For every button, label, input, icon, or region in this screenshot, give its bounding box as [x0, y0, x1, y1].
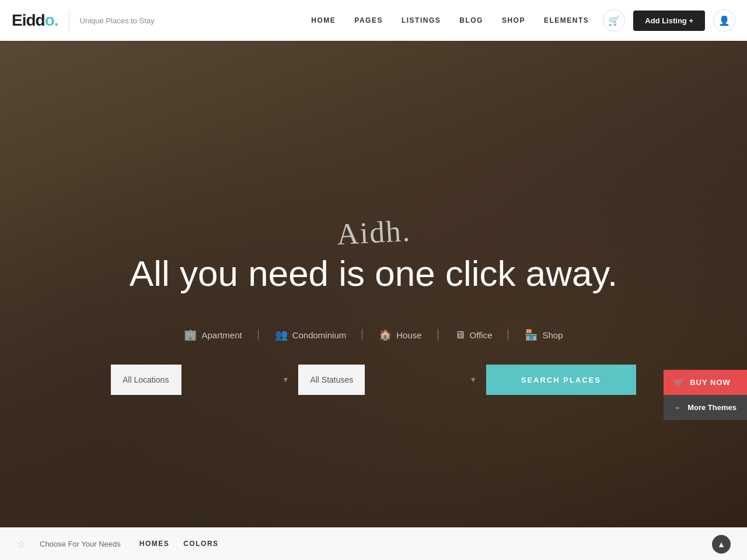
tab-shop[interactable]: 🏪 Shop: [508, 323, 579, 347]
cart-buy-icon: 🛒: [674, 378, 684, 387]
house-icon: 🏠: [379, 328, 392, 341]
office-icon: 🖥: [455, 329, 465, 341]
search-bar: All Locations ▼ All Statuses ▼ SEARCH PL…: [111, 365, 636, 395]
bottom-tab-homes[interactable]: HOMES: [139, 540, 170, 549]
logo-text: Eiddo.: [12, 11, 58, 30]
tab-apartment-label: Apartment: [201, 330, 242, 340]
apartment-icon: 🏢: [184, 328, 197, 341]
more-themes-button[interactable]: ← More Themes: [664, 395, 747, 420]
property-tabs: 🏢 Apartment 👥 Condominium 🏠 House 🖥 Offi…: [167, 323, 579, 347]
star-icon: ☆: [16, 538, 26, 551]
cart-button[interactable]: 🛒: [603, 9, 625, 32]
hero-signature: Aidh.: [336, 216, 411, 250]
floating-actions: 🛒 BUY NOW ← More Themes: [664, 370, 747, 420]
scroll-up-button[interactable]: ▲: [712, 535, 731, 554]
nav-shop[interactable]: SHOP: [502, 16, 525, 24]
nav-elements[interactable]: ELEMENTS: [544, 16, 589, 24]
status-chevron-icon: ▼: [470, 376, 477, 384]
bottom-bar: ☆ Choose For Your Needs HOMES COLORS ▲: [0, 527, 747, 560]
search-button[interactable]: SEARCH PLACES: [486, 365, 636, 395]
status-select-wrapper: All Statuses ▼: [298, 365, 486, 395]
tab-office[interactable]: 🖥 Office: [438, 323, 509, 347]
more-themes-label: More Themes: [687, 403, 736, 412]
cart-icon: 🛒: [608, 15, 620, 26]
navbar: Eiddo. Unique Places to Stay HOME PAGES …: [0, 0, 747, 41]
user-button[interactable]: 👤: [713, 9, 735, 32]
chevron-up-icon: ▲: [717, 540, 725, 549]
condominium-icon: 👥: [275, 328, 288, 341]
hero-content: Aidh. All you need is one click away. 🏢 …: [111, 194, 636, 407]
status-select[interactable]: All Statuses: [298, 365, 365, 395]
buy-now-button[interactable]: 🛒 BUY NOW: [664, 370, 747, 395]
user-icon: 👤: [718, 15, 730, 26]
tab-house[interactable]: 🏠 House: [362, 323, 438, 347]
tab-house-label: House: [396, 330, 421, 340]
bottom-bar-prefix: Choose For Your Needs: [40, 540, 121, 548]
location-select-wrapper: All Locations ▼: [111, 365, 298, 395]
main-nav: HOME PAGES LISTINGS BLOG SHOP ELEMENTS: [311, 16, 589, 24]
navbar-tagline: Unique Places to Stay: [80, 16, 155, 25]
hero-title: All you need is one click away.: [130, 254, 617, 293]
tab-condominium[interactable]: 👥 Condominium: [259, 323, 363, 347]
nav-blog[interactable]: BLOG: [459, 16, 483, 24]
arrow-left-icon: ←: [674, 403, 682, 412]
nav-pages[interactable]: PAGES: [354, 16, 383, 24]
location-select[interactable]: All Locations: [111, 365, 181, 395]
nav-divider: [69, 10, 69, 31]
location-chevron-icon: ▼: [282, 376, 289, 384]
add-listing-button[interactable]: Add Listing +: [633, 10, 705, 31]
buy-now-label: BUY NOW: [690, 378, 731, 387]
hero-section: Aidh. All you need is one click away. 🏢 …: [0, 0, 747, 560]
nav-home[interactable]: HOME: [311, 16, 336, 24]
shop-icon: 🏪: [525, 328, 537, 341]
tab-shop-label: Shop: [542, 330, 563, 340]
tab-condominium-label: Condominium: [292, 330, 347, 340]
navbar-actions: 🛒 Add Listing + 👤: [603, 9, 735, 32]
tab-apartment[interactable]: 🏢 Apartment: [167, 323, 258, 347]
nav-listings[interactable]: LISTINGS: [402, 16, 441, 24]
tab-office-label: Office: [470, 330, 493, 340]
logo[interactable]: Eiddo.: [12, 11, 58, 30]
bottom-tab-colors[interactable]: COLORS: [183, 540, 218, 549]
